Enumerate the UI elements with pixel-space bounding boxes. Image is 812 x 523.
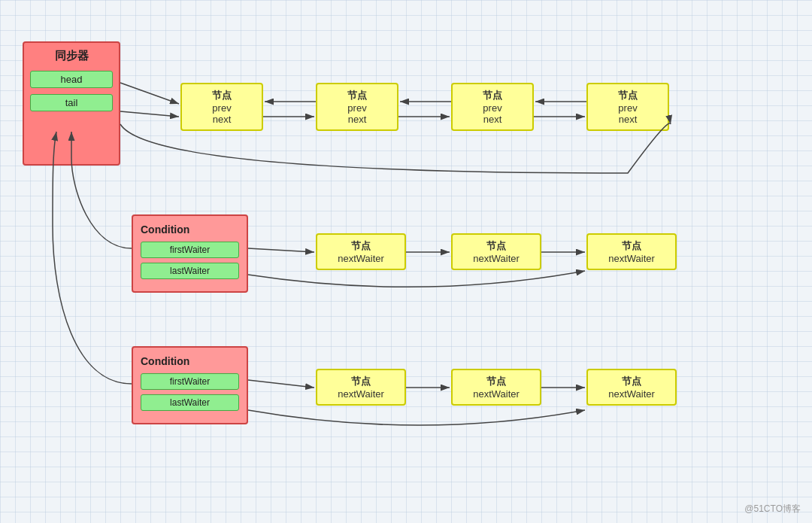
svg-line-2 [120,83,179,104]
sync-field-head: head [30,71,113,88]
row1-node1-title: 节点 [189,89,254,102]
row3-node-3: 节点 nextWaiter [586,369,677,406]
condition2-lastwaiter: lastWaiter [141,394,239,411]
row1-node1-prev: prev [189,102,254,114]
diagram: 同步器 head tail 节点 prev next 节点 prev next … [0,0,812,523]
svg-line-13 [248,380,314,388]
row1-node-3: 节点 prev next [451,83,534,131]
row3-node3-next: nextWaiter [595,388,668,400]
row1-node4-title: 节点 [595,89,660,102]
sync-box: 同步器 head tail [23,41,120,166]
row1-node3-next: next [460,114,525,125]
row1-node3-prev: prev [460,102,525,114]
row1-node-4: 节点 prev next [586,83,669,131]
row1-node2-prev: prev [325,102,389,114]
row2-node-1: 节点 nextWaiter [316,233,406,270]
condition1-firstwaiter: firstWaiter [141,242,239,258]
sync-title: 同步器 [30,49,113,63]
row1-node-2: 节点 prev next [316,83,398,131]
watermark: @51CTO博客 [744,503,801,515]
row2-node3-next: nextWaiter [595,253,668,264]
svg-line-3 [120,111,179,117]
sync-field-tail: tail [30,94,113,111]
row1-node4-prev: prev [595,102,660,114]
row1-node3-title: 节点 [460,89,525,102]
arrows-svg [0,0,812,523]
row2-node1-title: 节点 [325,239,397,253]
row3-node1-next: nextWaiter [325,388,397,400]
row3-node3-title: 节点 [595,375,668,388]
row2-node1-next: nextWaiter [325,253,397,264]
row2-node3-title: 节点 [595,239,668,253]
row1-node-1: 节点 prev next [180,83,263,131]
condition1-box: Condition firstWaiter lastWaiter [132,214,248,293]
row3-node-1: 节点 nextWaiter [316,369,406,406]
row2-node2-title: 节点 [460,239,532,253]
condition2-title: Condition [141,355,239,367]
row3-node1-title: 节点 [325,375,397,388]
row2-node-2: 节点 nextWaiter [451,233,541,270]
condition1-lastwaiter: lastWaiter [141,263,239,279]
row1-node2-title: 节点 [325,89,389,102]
row3-node2-title: 节点 [460,375,532,388]
row2-node-3: 节点 nextWaiter [586,233,677,270]
row1-node2-next: next [325,114,389,125]
row1-node1-next: next [189,114,254,125]
condition2-box: Condition firstWaiter lastWaiter [132,346,248,424]
row2-node2-next: nextWaiter [460,253,532,264]
condition2-firstwaiter: firstWaiter [141,373,239,390]
svg-line-10 [248,248,314,252]
condition1-title: Condition [141,223,239,236]
row1-node4-next: next [595,114,660,125]
row3-node-2: 节点 nextWaiter [451,369,541,406]
row3-node2-next: nextWaiter [460,388,532,400]
